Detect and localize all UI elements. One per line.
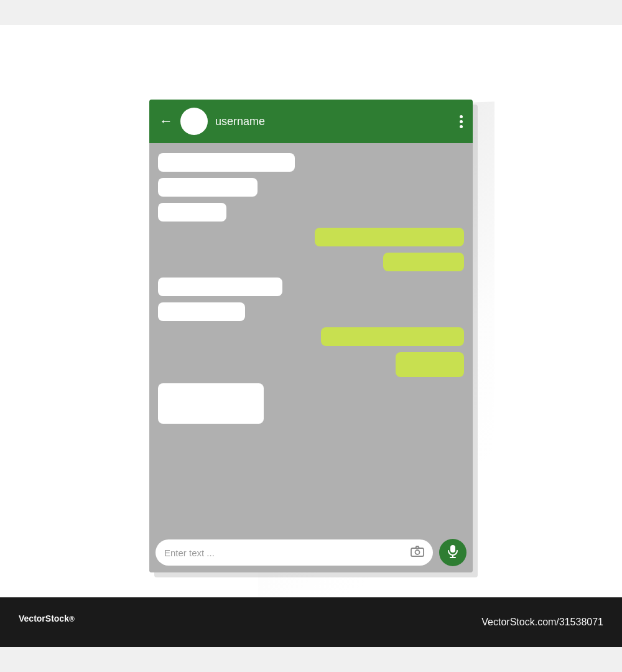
text-input-wrapper[interactable]: Enter text ... (156, 539, 433, 566)
message-bubble-received-6 (158, 383, 264, 424)
registered-mark: ® (69, 615, 75, 623)
dot2 (460, 120, 463, 123)
message-bubble-received-5 (158, 302, 245, 321)
text-input-placeholder: Enter text ... (164, 548, 215, 558)
username-label: username (215, 115, 452, 128)
message-bubble-received-4 (158, 278, 282, 296)
watermark-brand: VectorStock® (19, 614, 75, 630)
message-bubble-sent-1 (315, 228, 464, 246)
watermark-url: VectorStock.com/31538071 (481, 617, 603, 628)
message-bubble-received-1 (158, 153, 295, 172)
message-bubble-received-2 (158, 178, 258, 197)
phone-container: ← username (149, 100, 473, 572)
svg-rect-0 (411, 548, 424, 556)
more-options-button[interactable] (460, 115, 463, 128)
back-button[interactable]: ← (159, 113, 173, 129)
message-bubble-received-3 (158, 203, 226, 222)
input-bar: Enter text ... (149, 533, 473, 572)
avatar (180, 108, 208, 135)
dot3 (460, 125, 463, 128)
message-bubble-sent-4 (396, 352, 464, 377)
svg-point-1 (415, 550, 420, 554)
watermark-bar: VectorStock® VectorStock.com/31538071 (0, 597, 622, 647)
chat-area (149, 143, 473, 533)
mic-button[interactable] (439, 539, 466, 566)
message-bubble-sent-2 (383, 253, 464, 271)
dot1 (460, 115, 463, 118)
mic-icon (447, 544, 458, 561)
svg-rect-2 (450, 545, 455, 553)
message-bubble-sent-3 (321, 327, 464, 346)
chat-header: ← username (149, 100, 473, 143)
camera-icon (411, 546, 424, 560)
page-wrapper: ← username (0, 25, 622, 647)
